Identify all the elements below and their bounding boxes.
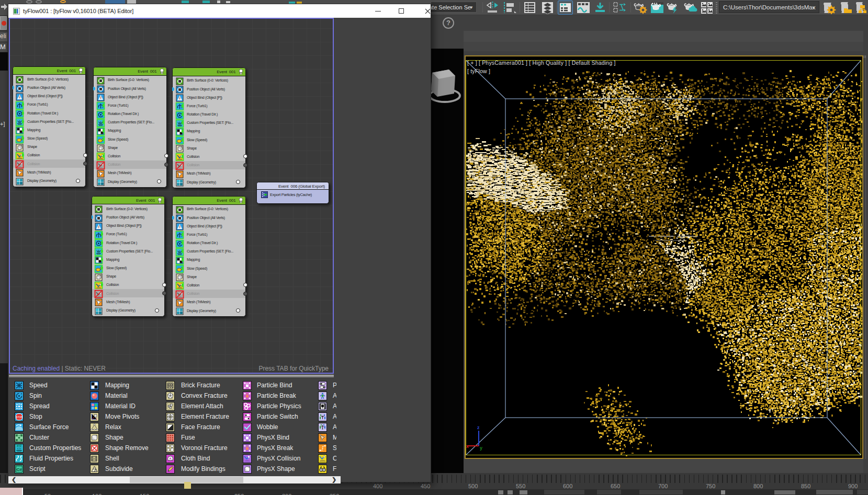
svg-text:STOP: STOP bbox=[16, 416, 22, 419]
svg-text:z: z bbox=[477, 425, 480, 430]
svg-text:C#: C# bbox=[16, 467, 22, 472]
svg-text:XYZ: XYZ bbox=[17, 444, 22, 447]
svg-text:x: x bbox=[466, 444, 469, 449]
svg-text:y: y bbox=[480, 445, 482, 451]
